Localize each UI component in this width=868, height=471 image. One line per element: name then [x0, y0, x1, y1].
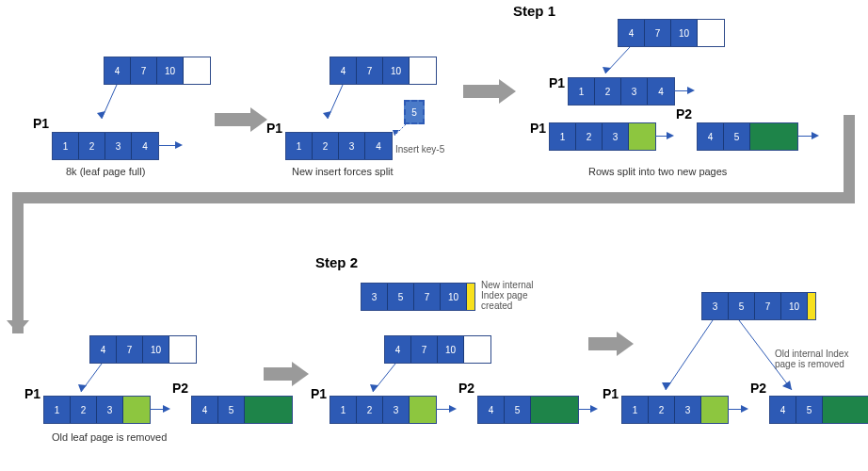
idx-cell: 4: [330, 57, 357, 84]
p1-label: P1: [311, 386, 327, 401]
stageB-index: 4 7 10: [330, 57, 437, 85]
leaf-cell: 4: [698, 123, 724, 150]
idx-cell: 3: [362, 284, 388, 310]
idx-cell-empty: [184, 57, 210, 84]
idx-cell: 7: [755, 293, 781, 319]
idx-cell-empty: [698, 20, 724, 46]
stageE-leaf-p2: 4 5: [477, 396, 579, 424]
caption-full: 8k (leaf page full): [66, 166, 145, 177]
idx-cell: 10: [781, 293, 808, 319]
leaf-cell-free: [531, 397, 578, 423]
leaf-cell: 4: [770, 397, 796, 423]
idx-cell: 10: [157, 57, 184, 84]
stageF-leaf-p1: 1 2 3: [621, 396, 729, 424]
idx-cell: 10: [441, 284, 467, 310]
pointer-arrow: [75, 362, 113, 399]
leaf-cell: 2: [649, 397, 675, 423]
leaf-cell-free: [410, 397, 436, 423]
idx-cell-yellow: [808, 293, 815, 319]
insert-key-caption: Insert key-5: [395, 144, 444, 154]
p2-label: P2: [458, 381, 474, 396]
p1-label: P1: [549, 75, 565, 90]
stageA-index: 4 7 10: [104, 57, 211, 85]
idx-cell: 7: [411, 336, 438, 363]
link-arrow: [667, 132, 674, 139]
leaf-cell: 1: [286, 133, 313, 159]
idx-cell-empty: [464, 336, 490, 363]
idx-cell: 7: [357, 57, 383, 84]
leaf-cell: 2: [595, 78, 621, 105]
link-line: [674, 90, 687, 91]
leaf-cell: 5: [218, 397, 245, 423]
leaf-cell: 2: [71, 397, 97, 423]
idx-cell: 4: [385, 336, 411, 363]
svg-marker-1: [97, 111, 105, 119]
idx-cell: 10: [671, 20, 698, 46]
svg-line-13: [666, 320, 713, 390]
stageD-leaf-p1: 1 2 3: [43, 396, 151, 424]
stageA-leaf-p1: 1 2 3 4: [52, 132, 159, 160]
leaf-cell: 1: [44, 397, 71, 423]
leaf-cell-free: [750, 123, 797, 150]
link-line: [150, 409, 163, 410]
idx-cell: 4: [90, 336, 117, 363]
leaf-cell: 4: [478, 397, 505, 423]
p1-label: P1: [266, 121, 282, 136]
svg-marker-5: [393, 130, 399, 136]
stageC-index: 4 7 10: [618, 19, 725, 47]
leaf-cell: 1: [550, 123, 576, 150]
leaf-cell: 2: [79, 133, 105, 159]
idx-cell: 7: [414, 284, 441, 310]
stageD-index: 4 7 10: [89, 335, 197, 364]
svg-marker-3: [323, 111, 331, 119]
link-line: [655, 136, 667, 137]
idx-cell: 7: [645, 20, 671, 46]
link-arrow: [590, 405, 598, 413]
insert-key5: 5: [404, 100, 425, 124]
stageF-leaf-p2: 4 5: [769, 396, 868, 424]
leaf-cell: 4: [648, 78, 674, 105]
link-arrow: [687, 87, 695, 94]
idx-cell-empty: [169, 336, 196, 363]
leaf-cell: 5: [796, 397, 823, 423]
pointer-arrow: [367, 362, 405, 399]
idx-cell-yellow: [467, 284, 474, 310]
leaf-cell: 3: [339, 133, 365, 159]
stageC-leaf-p2: 4 5: [697, 122, 798, 151]
leaf-cell: 2: [576, 123, 603, 150]
idx-cell: 5: [388, 284, 414, 310]
leaf-cell-free: [123, 397, 150, 423]
leaf-cell: 3: [621, 78, 648, 105]
stageE-oldindex: 4 7 10: [384, 335, 491, 364]
caption-rows: Rows split into two new pages: [588, 166, 727, 177]
leaf-cell: 5: [505, 397, 531, 423]
leaf-cell: 3: [383, 397, 410, 423]
idx-cell: 10: [383, 57, 410, 84]
leaf-cell: 1: [569, 78, 595, 105]
leaf-cell: 3: [675, 397, 701, 423]
link-line: [728, 409, 741, 410]
idx-cell: 4: [104, 57, 131, 84]
caption-oldleaf: Old leaf page is removed: [52, 431, 167, 443]
leaf-cell: 3: [105, 133, 132, 159]
idx-cell: 3: [702, 293, 729, 319]
p2-label: P2: [172, 381, 188, 396]
caption-oldidx: Old internal Index page is removed: [775, 349, 848, 369]
stageD-leaf-p2: 4 5: [191, 396, 293, 424]
step1-label: Step 1: [513, 3, 555, 19]
p1-label: P1: [603, 386, 619, 401]
idx-cell: 10: [143, 336, 169, 363]
link-line: [579, 409, 590, 410]
idx-cell: 10: [438, 336, 464, 363]
stageC-old-leaf: 1 2 3 4: [568, 77, 675, 106]
link-line: [158, 145, 175, 146]
leaf-cell: 4: [192, 397, 218, 423]
leaf-cell: 3: [97, 397, 123, 423]
link-line: [436, 409, 449, 410]
idx-cell: 4: [619, 20, 645, 46]
leaf-cell: 4: [132, 133, 158, 159]
link-arrow: [449, 405, 457, 413]
svg-marker-8: [7, 320, 29, 333]
leaf-cell: 1: [622, 397, 649, 423]
stageC-leaf-p1: 1 2 3: [549, 122, 656, 151]
